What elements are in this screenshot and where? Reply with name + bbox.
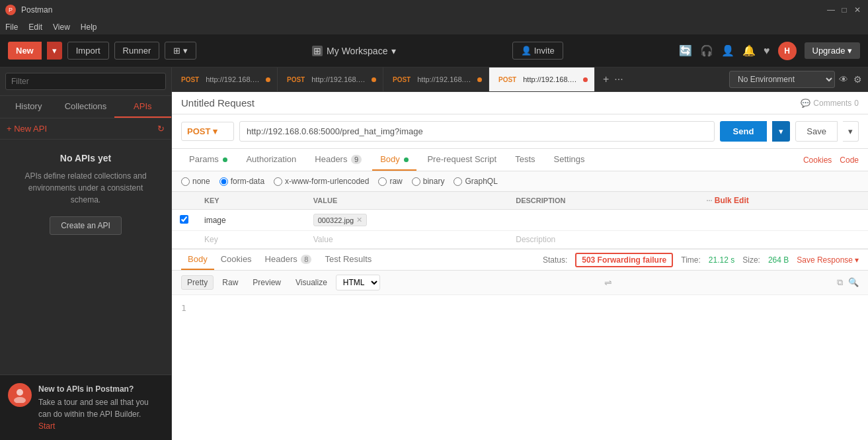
- add-tab-button[interactable]: +: [603, 73, 609, 85]
- avatar[interactable]: H: [778, 42, 797, 60]
- sub-tab-authorization[interactable]: Authorization: [238, 149, 304, 171]
- invite-icon: 👤: [521, 46, 532, 56]
- promo-link[interactable]: Start: [38, 421, 55, 431]
- heart-icon[interactable]: ♥: [764, 45, 770, 57]
- placeholder-description[interactable]: Description: [508, 231, 698, 249]
- sidebar-tab-collections[interactable]: Collections: [57, 96, 114, 118]
- placeholder-value[interactable]: Value: [305, 231, 508, 249]
- url-input[interactable]: [239, 121, 715, 142]
- format-preview-button[interactable]: Preview: [247, 275, 287, 290]
- menu-file[interactable]: File: [5, 22, 18, 32]
- status-badge: 503 Forwarding failure: [575, 253, 673, 267]
- send-button[interactable]: Send: [720, 121, 768, 142]
- runner-button[interactable]: Runner: [114, 42, 160, 60]
- code-link[interactable]: Code: [840, 155, 859, 165]
- more-tabs-button[interactable]: ···: [614, 73, 623, 85]
- request-sub-tabs: Params Authorization Headers 9 Body Pre-…: [172, 149, 868, 171]
- send-arrow-button[interactable]: ▾: [772, 121, 790, 142]
- app-logo: P: [5, 5, 16, 15]
- invite-button[interactable]: 👤 Invite: [512, 42, 563, 60]
- window-controls[interactable]: — □ ✕: [826, 5, 863, 15]
- promo-description: Take a tour and see all that you can do …: [38, 398, 149, 419]
- method-select[interactable]: POST ▾: [181, 122, 234, 141]
- request-area: Untitled Request 💬 Comments 0 POST ▾ Sen…: [172, 92, 868, 440]
- bulk-edit-button[interactable]: Bulk Edit: [715, 196, 749, 205]
- sub-tab-body[interactable]: Body: [372, 149, 416, 171]
- import-button[interactable]: Import: [67, 42, 109, 60]
- menu-help[interactable]: Help: [81, 22, 97, 32]
- format-type-select[interactable]: HTML JSON XML Text: [336, 275, 380, 290]
- save-response-button[interactable]: Save Response ▾: [797, 255, 859, 265]
- environment-select[interactable]: No Environment: [729, 71, 835, 88]
- menu-edit[interactable]: Edit: [28, 22, 42, 32]
- table-placeholder-row: Key Value Description: [172, 231, 868, 249]
- col-value: VALUE: [305, 192, 508, 210]
- new-button[interactable]: New: [8, 42, 42, 60]
- sidebar-tab-apis[interactable]: APIs: [114, 96, 171, 118]
- save-button[interactable]: Save: [795, 121, 838, 142]
- res-tab-cookies[interactable]: Cookies: [214, 249, 258, 270]
- headset-icon[interactable]: 🎧: [700, 44, 713, 57]
- comments-count: 0: [854, 99, 859, 108]
- row-checkbox[interactable]: [180, 215, 188, 224]
- kv-table: KEY VALUE DESCRIPTION ··· Bulk Edit: [172, 192, 868, 249]
- eye-icon[interactable]: 👁: [839, 74, 848, 85]
- res-tab-headers[interactable]: Headers 8: [258, 249, 319, 270]
- refresh-icon[interactable]: ↻: [157, 124, 165, 134]
- size-value: 264 B: [768, 255, 789, 265]
- sub-tab-prerequest[interactable]: Pre-request Script: [419, 149, 504, 171]
- format-pretty-button[interactable]: Pretty: [181, 275, 214, 290]
- placeholder-key[interactable]: Key: [196, 231, 305, 249]
- sub-tab-headers[interactable]: Headers 9: [307, 149, 370, 171]
- sidebar-tab-history[interactable]: History: [0, 96, 57, 118]
- workspace-button[interactable]: ⊞ My Workspace ▾: [312, 46, 396, 56]
- format-raw-button[interactable]: Raw: [216, 275, 244, 290]
- body-opt-raw[interactable]: raw: [378, 177, 402, 186]
- body-opt-graphql[interactable]: GraphQL: [454, 177, 497, 186]
- settings-icon[interactable]: ⚙: [853, 74, 862, 85]
- minimize-button[interactable]: —: [826, 5, 836, 15]
- request-tab-1[interactable]: POST http://192.168.0.1....: [278, 67, 383, 91]
- new-api-button[interactable]: + New API ↻: [0, 118, 171, 140]
- body-options: none form-data x-www-form-urlencoded raw…: [172, 171, 868, 192]
- menu-view[interactable]: View: [53, 22, 70, 32]
- new-button-arrow[interactable]: ▾: [47, 42, 62, 60]
- sub-tab-settings[interactable]: Settings: [546, 149, 593, 171]
- file-remove-button[interactable]: ✕: [356, 216, 362, 224]
- more-icon[interactable]: ···: [707, 197, 713, 204]
- row-key[interactable]: image: [196, 210, 305, 231]
- close-button[interactable]: ✕: [852, 5, 863, 15]
- res-tab-testresults[interactable]: Test Results: [318, 249, 378, 270]
- sub-tab-tests[interactable]: Tests: [507, 149, 543, 171]
- method-label: POST: [178, 75, 202, 84]
- create-api-button[interactable]: Create an API: [50, 216, 122, 235]
- save-response-label: Save Response: [797, 255, 853, 265]
- upgrade-button[interactable]: Upgrade ▾: [805, 42, 861, 59]
- copy-icon[interactable]: ⧉: [837, 277, 843, 288]
- comments-link[interactable]: 💬 Comments 0: [801, 99, 859, 108]
- body-opt-urlencoded[interactable]: x-www-form-urlencoded: [274, 177, 369, 186]
- app-title: Postman: [21, 5, 52, 15]
- search-icon[interactable]: 🔍: [848, 277, 859, 288]
- cookies-link[interactable]: Cookies: [803, 155, 832, 165]
- bell-icon[interactable]: 🔔: [742, 44, 756, 57]
- search-input[interactable]: [5, 73, 166, 90]
- format-visualize-button[interactable]: Visualize: [290, 275, 333, 290]
- tab-dot: [477, 77, 482, 82]
- layout-button[interactable]: ⊞ ▾: [165, 42, 196, 60]
- wrap-icon[interactable]: ⇌: [604, 277, 612, 288]
- request-tab-2[interactable]: POST http://192.168.0.6....: [383, 67, 489, 91]
- method-chevron: ▾: [213, 126, 217, 136]
- sub-tab-params[interactable]: Params: [181, 149, 235, 171]
- request-tab-3[interactable]: POST http://192.168.0.6....: [489, 67, 595, 91]
- request-tab-0[interactable]: POST http://192.168.0.1....: [172, 67, 278, 91]
- save-arrow-button[interactable]: ▾: [843, 121, 859, 142]
- res-tab-body[interactable]: Body: [181, 249, 214, 270]
- body-opt-formdata[interactable]: form-data: [219, 177, 264, 186]
- maximize-button[interactable]: □: [839, 5, 849, 15]
- row-description[interactable]: [508, 210, 698, 231]
- person-icon[interactable]: 👤: [721, 44, 734, 57]
- body-opt-none[interactable]: none: [181, 177, 210, 186]
- body-opt-binary[interactable]: binary: [412, 177, 445, 186]
- sync-icon[interactable]: 🔄: [679, 44, 692, 57]
